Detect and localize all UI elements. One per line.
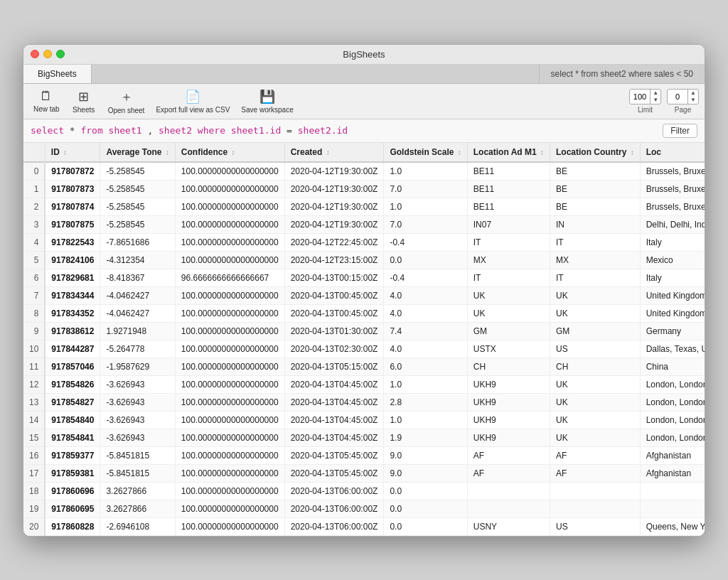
col-header-location[interactable]: Loc [640, 143, 705, 162]
cell-avg-tone: -3.626943 [100, 429, 175, 446]
minimize-button[interactable] [43, 50, 52, 58]
close-button[interactable] [31, 50, 39, 58]
cell-loc-country: IT [550, 269, 641, 286]
cell-loc-ad-m1: BE11 [467, 162, 550, 181]
cell-avg-tone: -5.258545 [100, 198, 175, 215]
col-header-goldstein[interactable]: Goldstein Scale ↕ [384, 143, 467, 162]
col-header-loc-country[interactable]: Location Country ↕ [550, 143, 641, 162]
cell-avg-tone: -8.418367 [100, 269, 175, 286]
cell-location: Italy [640, 233, 705, 251]
cell-row-num: 6 [23, 269, 45, 286]
table-header: ID ↕ Average Tone ↕ Confidence ↕ Created… [23, 143, 705, 162]
cell-avg-tone: -2.6946108 [100, 517, 175, 535]
cell-row-num: 8 [23, 304, 45, 322]
tab-bigsheets[interactable]: BigSheets [23, 65, 92, 83]
table-row: 17917859381-5.8451815100.000000000000000… [23, 464, 705, 482]
cell-created: 2020-04-12T23:15:00Z [284, 251, 384, 269]
cell-location: Afghanistan [640, 446, 705, 464]
export-csv-button[interactable]: 📄 Export full view as CSV [151, 87, 234, 115]
cell-location: United Kingdom [640, 304, 705, 322]
cell-location: London, London, C... [640, 393, 705, 411]
export-csv-icon: 📄 [185, 89, 200, 104]
cell-loc-country [550, 482, 641, 500]
sheets-button[interactable]: ⊞ Sheets [67, 87, 101, 115]
limit-input[interactable]: 100 ▲ ▼ [629, 89, 661, 104]
cell-avg-tone: 1.9271948 [100, 322, 175, 340]
tab-query[interactable]: select * from sheet2 where sales < 50 [539, 65, 705, 83]
cell-goldstein: 0.0 [384, 251, 467, 269]
cell-loc-country: UK [550, 393, 641, 411]
table-row: 13917854827-3.626943100.0000000000000000… [23, 393, 705, 411]
traffic-lights [31, 50, 65, 58]
cell-location: London, London, C... [640, 411, 705, 429]
cell-id: 917860695 [45, 500, 100, 517]
cell-row-num: 11 [23, 358, 45, 375]
cell-location: Brussels, Bruxelles- [640, 162, 705, 181]
cell-row-num: 13 [23, 393, 45, 411]
filter-button[interactable]: Filter [663, 124, 697, 138]
cell-loc-ad-m1 [467, 482, 550, 500]
goldstein-sort-icon: ↕ [458, 149, 461, 156]
new-tab-icon: 🗒 [40, 89, 53, 104]
limit-up-arrow[interactable]: ▲ [651, 90, 660, 97]
cell-loc-country: IN [550, 215, 641, 233]
cell-loc-country: UK [550, 375, 641, 393]
cell-location [640, 500, 705, 517]
col-header-id[interactable]: ID ↕ [45, 143, 100, 162]
table-row: 7917834344-4.0462427100.0000000000000000… [23, 286, 705, 304]
page-up-arrow[interactable]: ▲ [688, 90, 698, 97]
sheets-label: Sheets [73, 106, 95, 114]
page-down-arrow[interactable]: ▼ [688, 97, 698, 104]
col-header-confidence[interactable]: Confidence ↕ [175, 143, 284, 162]
cell-location: London, London, C... [640, 429, 705, 446]
col-header-loc-ad-m1[interactable]: Location Ad M1 ↕ [467, 143, 550, 162]
confidence-sort-icon: ↕ [232, 149, 235, 156]
tab-spacer [92, 65, 539, 83]
main-window: BigSheets BigSheets select * from sheet2… [23, 44, 705, 537]
created-sort-icon: ↕ [326, 149, 330, 156]
cell-row-num: 5 [23, 251, 45, 269]
cell-row-num: 18 [23, 482, 45, 500]
data-table-wrapper[interactable]: ID ↕ Average Tone ↕ Confidence ↕ Created… [23, 143, 705, 536]
cell-loc-country: UK [550, 304, 641, 322]
page-input[interactable]: 0 ▲ ▼ [667, 89, 699, 104]
table-row: 199178606953.2627866100.0000000000000000… [23, 500, 705, 517]
data-table: ID ↕ Average Tone ↕ Confidence ↕ Created… [23, 143, 705, 536]
cell-location: Germany [640, 322, 705, 340]
maximize-button[interactable] [56, 50, 65, 58]
cell-goldstein: 4.0 [384, 286, 467, 304]
cell-loc-country: GM [550, 322, 641, 340]
limit-down-arrow[interactable]: ▼ [651, 97, 660, 104]
table-row: 15917854841-3.626943100.0000000000000000… [23, 429, 705, 446]
save-workspace-button[interactable]: 💾 Save workspace [237, 87, 297, 115]
cell-loc-country: AF [550, 464, 641, 482]
col-header-created[interactable]: Created ↕ [284, 143, 384, 162]
cell-id: 917860828 [45, 517, 100, 535]
open-sheet-icon: ＋ [120, 88, 133, 105]
cell-id: 917859381 [45, 464, 100, 482]
loc-ad-m1-sort-icon: ↕ [540, 149, 544, 156]
col-header-avg-tone[interactable]: Average Tone ↕ [100, 143, 175, 162]
cell-confidence: 100.00000000000000000 [175, 358, 284, 375]
query-text[interactable]: select * from sheet1 , sheet2 where shee… [31, 125, 348, 136]
cell-id: 917838612 [45, 322, 100, 340]
open-sheet-button[interactable]: ＋ Open sheet [104, 87, 149, 116]
cell-loc-country: MX [550, 251, 641, 269]
cell-goldstein: 1.0 [384, 162, 467, 181]
cell-location [640, 482, 705, 500]
avg-tone-sort-icon: ↕ [166, 149, 169, 156]
cell-loc-country: AF [550, 446, 641, 464]
cell-row-num: 3 [23, 215, 45, 233]
new-tab-button[interactable]: 🗒 New tab [29, 87, 64, 114]
query-keyword-from: from [80, 125, 102, 136]
cell-confidence: 100.00000000000000000 [175, 517, 284, 535]
cell-avg-tone: -5.8451815 [100, 446, 175, 464]
table-row: 0917807872-5.258545100.00000000000000000… [23, 162, 705, 181]
query-bar: select * from sheet1 , sheet2 where shee… [23, 119, 705, 143]
cell-created: 2020-04-13T00:45:00Z [284, 286, 384, 304]
cell-location: Italy [640, 269, 705, 286]
cell-goldstein: 1.0 [384, 411, 467, 429]
cell-created: 2020-04-13T06:00:00Z [284, 517, 384, 535]
title-bar: BigSheets [23, 45, 705, 65]
cell-loc-country: US [550, 340, 641, 358]
